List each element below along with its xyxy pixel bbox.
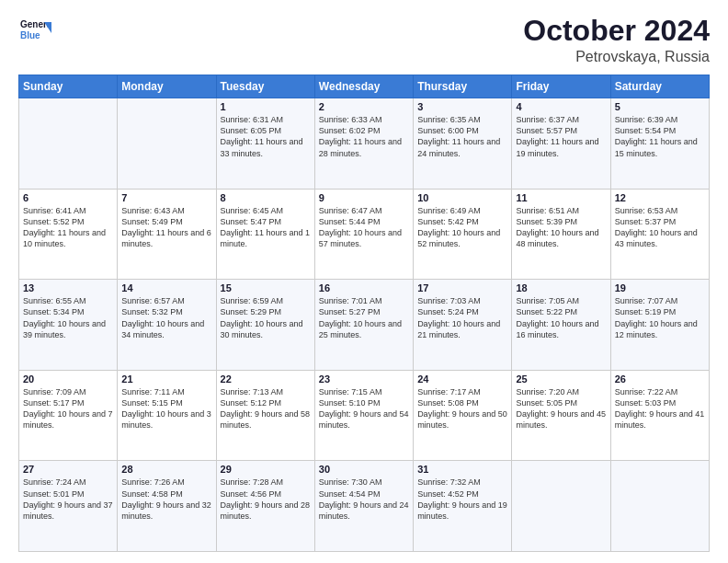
day-number: 21 (121, 373, 211, 385)
weekday-header-wednesday: Wednesday (314, 75, 413, 98)
weekday-header-monday: Monday (118, 75, 216, 98)
calendar-cell: 14Sunrise: 6:57 AMSunset: 5:32 PMDayligh… (118, 280, 216, 371)
cell-info: Sunrise: 6:41 AMSunset: 5:52 PMDaylight:… (23, 205, 113, 250)
calendar-cell: 22Sunrise: 7:13 AMSunset: 5:12 PMDayligh… (216, 370, 314, 461)
day-number: 1 (221, 101, 311, 112)
month-title: October 2024 (523, 15, 710, 47)
cell-info: Sunrise: 7:13 AMSunset: 5:12 PMDaylight:… (221, 386, 311, 431)
day-number: 3 (417, 101, 507, 112)
header: General Blue October 2024 Petrovskaya, R… (18, 15, 710, 65)
calendar-cell: 5Sunrise: 6:39 AMSunset: 5:54 PMDaylight… (610, 98, 709, 190)
cell-info: Sunrise: 6:57 AMSunset: 5:32 PMDaylight:… (121, 295, 211, 340)
day-number: 20 (23, 373, 113, 385)
cell-info: Sunrise: 7:09 AMSunset: 5:17 PMDaylight:… (23, 386, 113, 431)
calendar-cell: 7Sunrise: 6:43 AMSunset: 5:49 PMDaylight… (118, 189, 216, 280)
day-number: 7 (121, 192, 211, 203)
calendar-cell: 21Sunrise: 7:11 AMSunset: 5:15 PMDayligh… (118, 370, 216, 461)
cell-info: Sunrise: 7:11 AMSunset: 5:15 PMDaylight:… (121, 386, 211, 431)
calendar-cell: 19Sunrise: 7:07 AMSunset: 5:19 PMDayligh… (610, 280, 709, 371)
calendar-cell: 13Sunrise: 6:55 AMSunset: 5:34 PMDayligh… (19, 280, 118, 371)
day-number: 13 (23, 282, 113, 293)
calendar-cell: 10Sunrise: 6:49 AMSunset: 5:42 PMDayligh… (414, 189, 512, 280)
cell-info: Sunrise: 6:31 AMSunset: 6:05 PMDaylight:… (221, 114, 311, 159)
calendar-cell: 23Sunrise: 7:15 AMSunset: 5:10 PMDayligh… (314, 370, 413, 461)
cell-info: Sunrise: 7:26 AMSunset: 4:58 PMDaylight:… (121, 477, 211, 522)
page: General Blue October 2024 Petrovskaya, R… (0, 0, 728, 563)
calendar-cell: 11Sunrise: 6:51 AMSunset: 5:39 PMDayligh… (512, 189, 610, 280)
cell-info: Sunrise: 6:59 AMSunset: 5:29 PMDaylight:… (221, 295, 311, 340)
cell-info: Sunrise: 7:15 AMSunset: 5:10 PMDaylight:… (319, 386, 409, 431)
location: Petrovskaya, Russia (523, 49, 710, 65)
cell-info: Sunrise: 6:51 AMSunset: 5:39 PMDaylight:… (516, 205, 606, 250)
calendar-cell: 1Sunrise: 6:31 AMSunset: 6:05 PMDaylight… (216, 98, 314, 190)
day-number: 17 (417, 282, 507, 293)
calendar-cell: 20Sunrise: 7:09 AMSunset: 5:17 PMDayligh… (19, 370, 118, 461)
calendar-cell: 27Sunrise: 7:24 AMSunset: 5:01 PMDayligh… (19, 461, 118, 552)
calendar-cell: 30Sunrise: 7:30 AMSunset: 4:54 PMDayligh… (314, 461, 413, 552)
cell-info: Sunrise: 6:53 AMSunset: 5:37 PMDaylight:… (615, 205, 705, 250)
calendar-cell: 9Sunrise: 6:47 AMSunset: 5:44 PMDaylight… (314, 189, 413, 280)
day-number: 26 (615, 373, 705, 385)
cell-info: Sunrise: 7:07 AMSunset: 5:19 PMDaylight:… (615, 295, 705, 340)
calendar-cell: 3Sunrise: 6:35 AMSunset: 6:00 PMDaylight… (414, 98, 512, 190)
week-row-4: 20Sunrise: 7:09 AMSunset: 5:17 PMDayligh… (19, 370, 710, 461)
cell-info: Sunrise: 7:20 AMSunset: 5:05 PMDaylight:… (516, 386, 606, 431)
day-number: 10 (417, 192, 507, 203)
cell-info: Sunrise: 7:05 AMSunset: 5:22 PMDaylight:… (516, 295, 606, 340)
cell-info: Sunrise: 6:43 AMSunset: 5:49 PMDaylight:… (121, 205, 211, 250)
calendar-cell: 17Sunrise: 7:03 AMSunset: 5:24 PMDayligh… (414, 280, 512, 371)
calendar-cell: 24Sunrise: 7:17 AMSunset: 5:08 PMDayligh… (414, 370, 512, 461)
calendar-cell: 4Sunrise: 6:37 AMSunset: 5:57 PMDaylight… (512, 98, 610, 190)
logo-icon: General Blue (18, 15, 51, 48)
calendar-cell (512, 461, 610, 552)
cell-info: Sunrise: 6:55 AMSunset: 5:34 PMDaylight:… (23, 295, 113, 340)
day-number: 31 (417, 464, 507, 475)
weekday-header-tuesday: Tuesday (216, 75, 314, 98)
day-number: 6 (23, 192, 113, 203)
calendar-cell: 28Sunrise: 7:26 AMSunset: 4:58 PMDayligh… (118, 461, 216, 552)
day-number: 23 (319, 373, 409, 385)
weekday-header-sunday: Sunday (19, 75, 118, 98)
day-number: 8 (221, 192, 311, 203)
calendar-cell: 25Sunrise: 7:20 AMSunset: 5:05 PMDayligh… (512, 370, 610, 461)
calendar-cell: 12Sunrise: 6:53 AMSunset: 5:37 PMDayligh… (610, 189, 709, 280)
day-number: 27 (23, 464, 113, 475)
day-number: 28 (121, 464, 211, 475)
calendar-cell: 6Sunrise: 6:41 AMSunset: 5:52 PMDaylight… (19, 189, 118, 280)
day-number: 24 (417, 373, 507, 385)
cell-info: Sunrise: 7:32 AMSunset: 4:52 PMDaylight:… (417, 477, 507, 522)
day-number: 15 (221, 282, 311, 293)
cell-info: Sunrise: 6:49 AMSunset: 5:42 PMDaylight:… (417, 205, 507, 250)
cell-info: Sunrise: 6:39 AMSunset: 5:54 PMDaylight:… (615, 114, 705, 159)
calendar-cell: 2Sunrise: 6:33 AMSunset: 6:02 PMDaylight… (314, 98, 413, 190)
calendar-cell: 29Sunrise: 7:28 AMSunset: 4:56 PMDayligh… (216, 461, 314, 552)
day-number: 19 (615, 282, 705, 293)
cell-info: Sunrise: 7:17 AMSunset: 5:08 PMDaylight:… (417, 386, 507, 431)
week-row-5: 27Sunrise: 7:24 AMSunset: 5:01 PMDayligh… (19, 461, 710, 552)
week-row-3: 13Sunrise: 6:55 AMSunset: 5:34 PMDayligh… (19, 280, 710, 371)
day-number: 2 (319, 101, 409, 112)
cell-info: Sunrise: 6:35 AMSunset: 6:00 PMDaylight:… (417, 114, 507, 159)
logo: General Blue (18, 15, 55, 52)
calendar-cell: 26Sunrise: 7:22 AMSunset: 5:03 PMDayligh… (610, 370, 709, 461)
weekday-header-saturday: Saturday (610, 75, 709, 98)
day-number: 25 (516, 373, 606, 385)
calendar-cell (610, 461, 709, 552)
day-number: 12 (615, 192, 705, 203)
cell-info: Sunrise: 7:30 AMSunset: 4:54 PMDaylight:… (319, 477, 409, 522)
day-number: 29 (221, 464, 311, 475)
day-number: 4 (516, 101, 606, 112)
cell-info: Sunrise: 7:01 AMSunset: 5:27 PMDaylight:… (319, 295, 409, 340)
day-number: 11 (516, 192, 606, 203)
day-number: 16 (319, 282, 409, 293)
calendar-cell: 18Sunrise: 7:05 AMSunset: 5:22 PMDayligh… (512, 280, 610, 371)
calendar-cell: 31Sunrise: 7:32 AMSunset: 4:52 PMDayligh… (414, 461, 512, 552)
week-row-2: 6Sunrise: 6:41 AMSunset: 5:52 PMDaylight… (19, 189, 710, 280)
calendar-cell: 15Sunrise: 6:59 AMSunset: 5:29 PMDayligh… (216, 280, 314, 371)
day-number: 9 (319, 192, 409, 203)
cell-info: Sunrise: 7:22 AMSunset: 5:03 PMDaylight:… (615, 386, 705, 431)
calendar-cell: 8Sunrise: 6:45 AMSunset: 5:47 PMDaylight… (216, 189, 314, 280)
calendar-cell: 16Sunrise: 7:01 AMSunset: 5:27 PMDayligh… (314, 280, 413, 371)
day-number: 18 (516, 282, 606, 293)
day-number: 22 (221, 373, 311, 385)
